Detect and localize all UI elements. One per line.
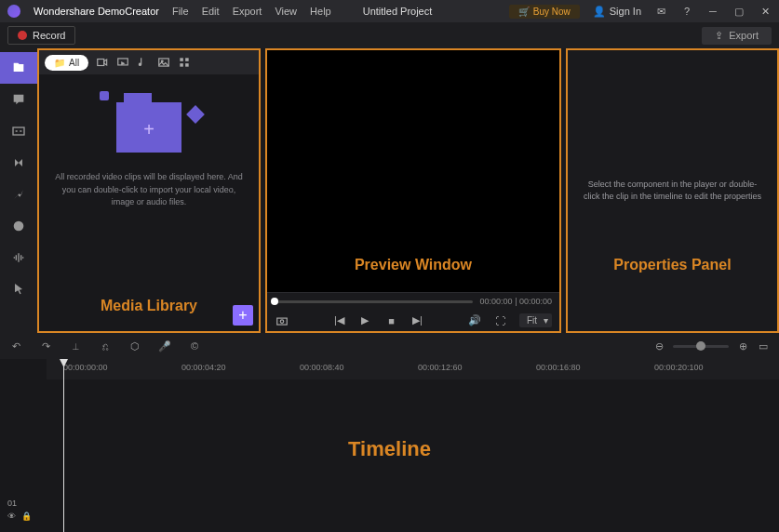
preview-controls: 00:00:00 | 00:00:00 |◀ ▶ ■ ▶| 🔊 ⛶ Fit ▾ (267, 292, 559, 331)
volume-button[interactable]: 🔊 (467, 313, 482, 328)
svg-rect-0 (13, 127, 24, 135)
record-icon (18, 31, 27, 40)
voiceover-button[interactable]: 🎤 (158, 339, 171, 352)
media-tab-audio-icon[interactable] (137, 56, 150, 69)
record-label: Record (33, 30, 65, 41)
ruler-mark: 00:00:16:80 (536, 363, 581, 372)
buy-now-button[interactable]: 🛒 Buy Now (509, 5, 580, 19)
app-logo-icon (7, 5, 20, 18)
cart-icon: 🛒 (518, 7, 530, 17)
media-tab-all[interactable]: 📁 All (45, 55, 88, 71)
sign-in-button[interactable]: 👤 Sign In (593, 6, 641, 18)
svg-rect-6 (180, 58, 183, 61)
sidebar-audio[interactable] (0, 242, 37, 273)
maximize-button[interactable]: ▢ (732, 5, 745, 18)
lock-icon[interactable]: 🔒 (21, 512, 32, 521)
add-media-button[interactable]: + (233, 305, 253, 326)
prev-frame-button[interactable]: |◀ (331, 313, 346, 328)
crop-button[interactable]: ⟂ (69, 339, 82, 352)
sidebar-library[interactable] (0, 52, 37, 84)
export-label: Export (729, 30, 759, 41)
sidebar-captions[interactable] (0, 115, 37, 147)
redo-button[interactable]: ↷ (39, 339, 52, 352)
svg-rect-7 (185, 58, 189, 61)
undo-button[interactable]: ↶ (9, 339, 22, 352)
menu-edit[interactable]: Edit (202, 6, 220, 17)
ruler-mark: 00:00:00:00 (63, 363, 108, 372)
timeline-toolbar: ↶ ↷ ⟂ ⎌ ⬡ 🎤 © ⊖ ⊕ ▭ (0, 333, 779, 359)
ruler-mark: 00:00:20:100 (654, 363, 704, 372)
sidebar-stickers[interactable] (0, 210, 37, 242)
svg-rect-10 (277, 318, 288, 325)
timeline-panel[interactable]: 00:00:00:00 00:00:04:20 00:00:08:40 00:0… (0, 359, 779, 532)
media-tab-grid-icon[interactable] (178, 56, 191, 69)
preview-scrubber[interactable] (275, 300, 473, 303)
upload-icon: ⇪ (715, 30, 723, 42)
close-button[interactable]: ✕ (759, 5, 772, 18)
title-bar: Wondershare DemoCreator File Edit Export… (0, 0, 779, 22)
zoom-slider[interactable] (673, 345, 729, 348)
project-name: Untitled Project (363, 6, 433, 17)
buy-now-label: Buy Now (533, 7, 571, 17)
properties-empty-text: Select the component in the player or do… (581, 179, 764, 204)
media-tab-all-label: All (69, 58, 79, 68)
user-icon: 👤 (593, 6, 606, 18)
zoom-out-button[interactable]: ⊖ (652, 339, 665, 352)
snapshot-button[interactable] (275, 313, 289, 328)
media-tab-screen-icon[interactable] (116, 56, 129, 69)
folder-icon: 📁 (54, 58, 65, 68)
svg-rect-2 (98, 60, 104, 66)
zoom-fit-button[interactable]: ▭ (757, 339, 770, 352)
menu-file[interactable]: File (172, 6, 189, 17)
properties-panel-label: Properties Panel (613, 257, 731, 273)
preview-time: 00:00:00 | 00:00:00 (480, 297, 552, 306)
main-toolbar: Record ⇪ Export (0, 22, 779, 48)
ruler-mark: 00:00:04:20 (181, 363, 226, 372)
record-button[interactable]: Record (7, 26, 75, 45)
next-frame-button[interactable]: ▶| (410, 313, 424, 328)
app-title: Wondershare DemoCreator (34, 6, 159, 17)
media-tabs: 📁 All (39, 50, 259, 74)
sidebar-effects[interactable] (0, 179, 37, 210)
sign-in-label: Sign In (610, 6, 641, 17)
media-panel-label: Media Library (101, 298, 197, 314)
fullscreen-button[interactable]: ⛶ (493, 313, 508, 328)
svg-point-11 (280, 319, 284, 323)
media-library-panel: 📁 All + All recorded video clips will be… (37, 48, 261, 333)
sidebar-cursor[interactable] (0, 273, 37, 305)
sidebar-transitions[interactable] (0, 147, 37, 179)
mail-icon[interactable]: ✉ (654, 5, 667, 18)
menu-view[interactable]: View (275, 6, 297, 17)
fit-select[interactable]: Fit ▾ (519, 313, 552, 327)
ruler-mark: 00:00:12:60 (418, 363, 463, 372)
chevron-down-icon: ▾ (544, 315, 548, 326)
play-button[interactable]: ▶ (357, 313, 372, 328)
folder-art-icon: + (116, 102, 181, 153)
timeline-label: Timeline (348, 437, 431, 461)
export-button[interactable]: ⇪ Export (702, 27, 772, 45)
svg-rect-9 (185, 63, 189, 67)
zoom-in-button[interactable]: ⊕ (736, 339, 749, 352)
preview-panel: Preview Window 00:00:00 | 00:00:00 |◀ ▶ … (265, 48, 561, 333)
preview-viewport[interactable]: Preview Window (267, 50, 559, 292)
svg-rect-8 (180, 63, 183, 67)
timeline-ruler[interactable]: 00:00:00:00 00:00:04:20 00:00:08:40 00:0… (47, 359, 779, 379)
menu-help[interactable]: Help (310, 6, 331, 17)
track-header: 01 👁 🔒 (7, 499, 32, 521)
ruler-mark: 00:00:08:40 (300, 363, 344, 372)
help-icon[interactable]: ? (680, 5, 693, 18)
preview-panel-label: Preview Window (355, 257, 472, 273)
marker-button[interactable]: ⬡ (128, 339, 141, 352)
track-number: 01 (7, 499, 32, 508)
media-tab-image-icon[interactable] (157, 56, 170, 69)
sidebar-annotations[interactable] (0, 84, 37, 115)
copyright-button[interactable]: © (188, 339, 201, 352)
menu-export[interactable]: Export (233, 6, 262, 17)
minimize-button[interactable]: ─ (706, 5, 719, 18)
playhead[interactable] (63, 359, 64, 532)
stop-button[interactable]: ■ (383, 313, 398, 328)
visibility-icon[interactable]: 👁 (7, 512, 16, 521)
media-empty-state[interactable]: + All recorded video clips will be displ… (39, 74, 259, 331)
split-button[interactable]: ⎌ (99, 339, 112, 352)
media-tab-video-icon[interactable] (96, 56, 109, 69)
